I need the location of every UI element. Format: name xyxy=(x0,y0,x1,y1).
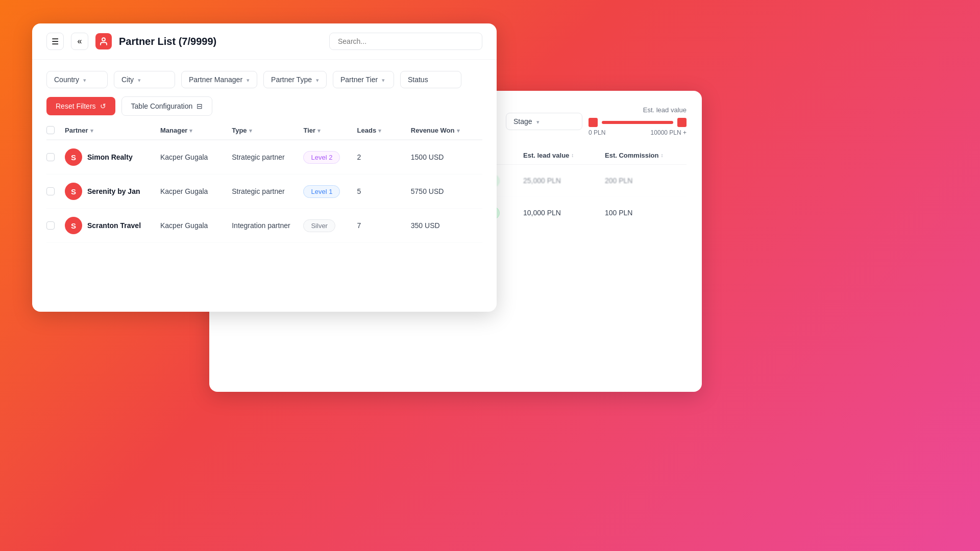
front-header: ☰ « Partner List (7/9999) xyxy=(32,23,497,60)
stage-label: Stage xyxy=(513,117,532,126)
row-2-tier: Silver xyxy=(303,219,357,232)
table-configuration-button[interactable]: Table Configuration ⊟ xyxy=(121,96,213,116)
select-all-checkbox[interactable] xyxy=(46,126,55,134)
row-0-tier: Level 2 xyxy=(303,151,357,164)
row-2-revenue: 350 USD xyxy=(411,221,482,230)
reset-filters-button[interactable]: Reset Filters ↺ xyxy=(46,97,115,115)
col-partner-header[interactable]: Partner xyxy=(65,127,160,134)
svg-point-0 xyxy=(102,38,105,41)
col-type-header[interactable]: Type xyxy=(232,127,303,134)
row-1-checkbox[interactable] xyxy=(46,187,55,195)
stage-chevron xyxy=(536,117,540,126)
partner-type-label: Partner Type xyxy=(271,76,312,84)
table-row: S Simon Realty Kacper Gugala Strategic p… xyxy=(46,140,482,174)
partner-manager-chevron xyxy=(247,76,250,84)
row-2-leads: 7 xyxy=(357,221,411,230)
sabre-est-comm: 100 PLN xyxy=(605,209,687,217)
city-dropdown[interactable]: City xyxy=(114,71,175,88)
row-2-manager: Kacper Gugala xyxy=(160,221,232,230)
partner-manager-dropdown[interactable]: Partner Manager xyxy=(181,71,257,88)
stage-dropdown[interactable]: Stage xyxy=(506,113,582,130)
back-button[interactable]: « xyxy=(71,33,88,50)
header-checkbox-cell xyxy=(46,126,65,134)
partner-header-icon xyxy=(95,33,112,49)
search-input[interactable] xyxy=(329,33,482,50)
table-row: S Serenity by Jan Kacper Gugala Strategi… xyxy=(46,174,482,209)
back-col-est-lead-header[interactable]: Est. lead value ↕ xyxy=(523,152,605,159)
table-header-row: Partner Manager Type Tier Leads Revenue … xyxy=(46,126,482,140)
row-0-partner: S Simon Realty xyxy=(65,148,160,166)
row-1-partner: S Serenity by Jan xyxy=(65,183,160,200)
blur-est-lead: 25,000 PLN xyxy=(523,177,605,185)
row-0-leads: 2 xyxy=(357,153,411,161)
row-0-tier-badge: Level 2 xyxy=(303,151,340,164)
city-chevron xyxy=(138,76,141,84)
filters-row: Country City Partner Manager Partner Typ… xyxy=(32,60,497,88)
partner-type-chevron xyxy=(316,76,319,84)
col-revenue-header[interactable]: Revenue Won xyxy=(411,127,482,134)
country-dropdown[interactable]: Country xyxy=(46,71,108,88)
range-bar-container xyxy=(589,118,687,127)
table-row: S Scranton Travel Kacper Gugala Integrat… xyxy=(46,209,482,243)
est-lead-sort-icon: ↕ xyxy=(571,153,574,158)
row-0-partner-name: Simon Realty xyxy=(87,153,133,161)
partner-tier-dropdown[interactable]: Partner Tier xyxy=(333,71,394,88)
est-lead-value-section: Est. lead value 0 PLN 10000 PLN + xyxy=(589,106,687,136)
col-manager-header[interactable]: Manager xyxy=(160,127,232,134)
status-dropdown[interactable]: Status xyxy=(400,71,461,88)
range-thumb-left[interactable] xyxy=(589,118,598,127)
refresh-icon: ↺ xyxy=(100,102,106,110)
partner-tier-chevron xyxy=(382,76,385,84)
table-container: Partner Manager Type Tier Leads Revenue … xyxy=(32,116,497,243)
back-col-est-comm-header[interactable]: Est. Commission ↕ xyxy=(605,152,687,159)
row-0-manager: Kacper Gugala xyxy=(160,153,232,161)
partner-svg-icon xyxy=(99,37,108,46)
range-bar[interactable] xyxy=(602,121,673,124)
page-title: Partner List (7/9999) xyxy=(119,36,216,47)
row-1-tier: Level 1 xyxy=(303,185,357,198)
row-0-avatar: S xyxy=(65,148,82,166)
range-thumb-right[interactable] xyxy=(677,118,687,127)
col-tier-header[interactable]: Tier xyxy=(303,127,357,134)
partner-type-dropdown[interactable]: Partner Type xyxy=(263,71,327,88)
leads-sort-icon xyxy=(378,127,381,134)
row-checkbox-cell-1 xyxy=(46,187,65,195)
row-checkbox-cell-2 xyxy=(46,221,65,230)
row-1-leads: 5 xyxy=(357,187,411,195)
row-0-checkbox[interactable] xyxy=(46,153,55,161)
menu-icon: ☰ xyxy=(52,37,59,46)
front-card: ☰ « Partner List (7/9999) Country City P… xyxy=(32,23,497,312)
row-1-manager: Kacper Gugala xyxy=(160,187,232,195)
manager-sort-icon xyxy=(189,127,192,134)
status-label: Status xyxy=(408,76,428,84)
row-2-avatar: S xyxy=(65,217,82,234)
blur-est-comm: 200 PLN xyxy=(605,177,687,185)
menu-button[interactable]: ☰ xyxy=(46,33,64,50)
range-max-label: 10000 PLN + xyxy=(651,129,687,136)
row-2-type: Integration partner xyxy=(232,221,303,230)
est-lead-value-label: Est. lead value xyxy=(589,106,687,114)
country-label: Country xyxy=(54,76,79,84)
filter-icon: ⊟ xyxy=(197,102,203,110)
type-sort-icon xyxy=(249,127,252,134)
row-1-type: Strategic partner xyxy=(232,187,303,195)
row-1-partner-name: Serenity by Jan xyxy=(87,187,140,195)
table-config-label: Table Configuration xyxy=(131,102,193,110)
partner-sort-icon xyxy=(90,127,93,134)
row-1-revenue: 5750 USD xyxy=(411,187,482,195)
col-leads-header[interactable]: Leads xyxy=(357,127,411,134)
row-0-revenue: 1500 USD xyxy=(411,153,482,161)
row-2-partner: S Scranton Travel xyxy=(65,217,160,234)
reset-filters-label: Reset Filters xyxy=(56,102,96,110)
tier-sort-icon xyxy=(317,127,321,134)
city-label: City xyxy=(121,76,134,84)
row-2-partner-name: Scranton Travel xyxy=(87,221,141,230)
sabre-est-lead: 10,000 PLN xyxy=(523,209,605,217)
row-1-avatar: S xyxy=(65,183,82,200)
est-comm-sort-icon: ↕ xyxy=(660,153,663,158)
row-0-type: Strategic partner xyxy=(232,153,303,161)
range-min-label: 0 PLN xyxy=(589,129,605,136)
row-1-tier-badge: Level 1 xyxy=(303,185,340,198)
row-2-checkbox[interactable] xyxy=(46,221,55,230)
back-icon: « xyxy=(78,37,82,46)
